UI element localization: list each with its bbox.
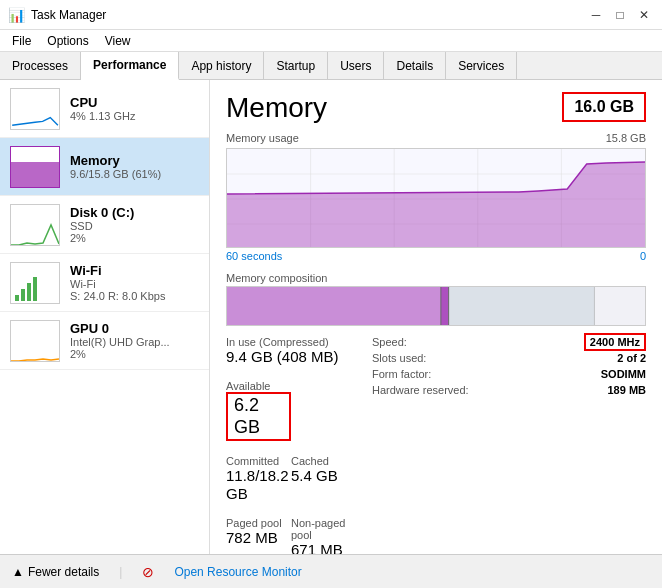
bottom-bar: ▲ Fewer details | ⊘ Open Resource Monito… [0,554,662,588]
memory-thumbnail [10,146,60,188]
committed-value: 11.8/18.2 GB [226,467,291,503]
tab-performance[interactable]: Performance [81,52,179,80]
gpu-info: GPU 0 Intel(R) UHD Grap...2% [70,321,199,360]
main-content: CPU 4% 1.13 GHz Memory 9.6/15.8 GB (61%)… [0,80,662,554]
form-factor-label: Form factor: [372,368,431,380]
svg-rect-8 [227,287,441,326]
menu-view[interactable]: View [97,32,139,49]
title-bar-left: 📊 Task Manager [8,7,106,23]
memory-usage-chart [226,148,646,248]
tab-details[interactable]: Details [384,52,446,79]
non-paged-pool-value: 671 MB [291,541,356,554]
maximize-button[interactable]: □ [610,5,630,25]
in-use-block: In use (Compressed) 9.4 GB (408 MB) [226,336,356,366]
open-resource-monitor-link[interactable]: Open Resource Monitor [174,565,301,579]
stats-left: In use (Compressed) 9.4 GB (408 MB) Avai… [226,336,356,554]
menu-bar: File Options View [0,30,662,52]
hw-reserved-value: 189 MB [607,384,646,396]
available-value: 6.2 GB [226,392,291,441]
form-factor-value: SODIMM [601,368,646,380]
disk-detail: SSD2% [70,220,199,244]
sidebar-item-cpu[interactable]: CPU 4% 1.13 GHz [0,80,209,138]
title-bar-controls: ─ □ ✕ [586,5,654,25]
disk-name: Disk 0 (C:) [70,205,199,220]
memory-info: Memory 9.6/15.8 GB (61%) [70,153,199,180]
cpu-thumbnail [10,88,60,130]
cpu-name: CPU [70,95,199,110]
slots-label: Slots used: [372,352,426,364]
slots-value: 2 of 2 [617,352,646,364]
tab-startup[interactable]: Startup [264,52,328,79]
usage-label: Memory usage [226,132,299,144]
gpu-detail: Intel(R) UHD Grap...2% [70,336,199,360]
resource-monitor-icon: ⊘ [142,564,154,580]
disk-thumbnail [10,204,60,246]
memory-detail: 9.6/15.8 GB (61%) [70,168,199,180]
svg-rect-10 [449,287,595,326]
wifi-thumbnail [10,262,60,304]
slots-row: Slots used: 2 of 2 [372,352,646,364]
wifi-name: Wi-Fi [70,263,199,278]
time-label: 60 seconds [226,250,282,262]
speed-label: Speed: [372,336,407,348]
minimize-button[interactable]: ─ [586,5,606,25]
stats-right: Speed: 2400 MHz Slots used: 2 of 2 Form … [356,336,646,554]
sidebar: CPU 4% 1.13 GHz Memory 9.6/15.8 GB (61%)… [0,80,210,554]
in-use-value: 9.4 GB (408 MB) [226,348,356,366]
paged-pool-label: Paged pool [226,517,291,529]
cached-block: Cached 5.4 GB [291,455,356,503]
chevron-up-icon: ▲ [12,565,24,579]
speed-row: Speed: 2400 MHz [372,336,646,348]
composition-label: Memory composition [226,272,646,284]
cached-label: Cached [291,455,356,467]
close-button[interactable]: ✕ [634,5,654,25]
non-paged-pool-block: Non-paged pool 671 MB [291,517,356,554]
available-block: Available 6.2 GB [226,380,291,441]
fewer-details-button[interactable]: ▲ Fewer details [12,565,99,579]
menu-file[interactable]: File [4,32,39,49]
paged-pool-block: Paged pool 782 MB [226,517,291,554]
app-icon: 📊 [8,7,25,23]
tab-bar: Processes Performance App history Startu… [0,52,662,80]
menu-options[interactable]: Options [39,32,96,49]
svg-marker-7 [227,162,645,248]
main-header: Memory 16.0 GB [226,92,646,124]
wifi-detail: Wi-FiS: 24.0 R: 8.0 Kbps [70,278,199,302]
cpu-detail: 4% 1.13 GHz [70,110,199,122]
stats-section: In use (Compressed) 9.4 GB (408 MB) Avai… [226,336,646,554]
chart-footer: 60 seconds 0 [226,250,646,262]
sidebar-item-wifi[interactable]: Wi-Fi Wi-FiS: 24.0 R: 8.0 Kbps [0,254,209,312]
speed-value: 2400 MHz [584,336,646,348]
tab-processes[interactable]: Processes [0,52,81,79]
total-ram-box: 16.0 GB [562,92,646,122]
gpu-name: GPU 0 [70,321,199,336]
sidebar-item-gpu[interactable]: GPU 0 Intel(R) UHD Grap...2% [0,312,209,370]
memory-composition-chart [226,286,646,326]
available-label: Available [226,380,291,392]
sidebar-item-disk[interactable]: Disk 0 (C:) SSD2% [0,196,209,254]
cpu-info: CPU 4% 1.13 GHz [70,95,199,122]
separator: | [119,565,122,579]
committed-block: Committed 11.8/18.2 GB [226,455,291,503]
non-paged-pool-label: Non-paged pool [291,517,356,541]
paged-pool-value: 782 MB [226,529,291,547]
gpu-thumbnail [10,320,60,362]
in-use-label: In use (Compressed) [226,336,356,348]
tab-apphistory[interactable]: App history [179,52,264,79]
page-title: Memory [226,92,327,124]
title-bar: 📊 Task Manager ─ □ ✕ [0,0,662,30]
wifi-info: Wi-Fi Wi-FiS: 24.0 R: 8.0 Kbps [70,263,199,302]
main-panel: Memory 16.0 GB Memory usage 15.8 GB [210,80,662,554]
cached-value: 5.4 GB [291,467,356,485]
usage-max: 15.8 GB [606,132,646,146]
tab-users[interactable]: Users [328,52,384,79]
svg-rect-9 [441,287,449,326]
disk-info: Disk 0 (C:) SSD2% [70,205,199,244]
sidebar-item-memory[interactable]: Memory 9.6/15.8 GB (61%) [0,138,209,196]
tab-services[interactable]: Services [446,52,517,79]
committed-label: Committed [226,455,291,467]
hw-reserved-label: Hardware reserved: [372,384,469,396]
hw-reserved-row: Hardware reserved: 189 MB [372,384,646,396]
svg-rect-11 [594,287,645,326]
time-right: 0 [640,250,646,262]
